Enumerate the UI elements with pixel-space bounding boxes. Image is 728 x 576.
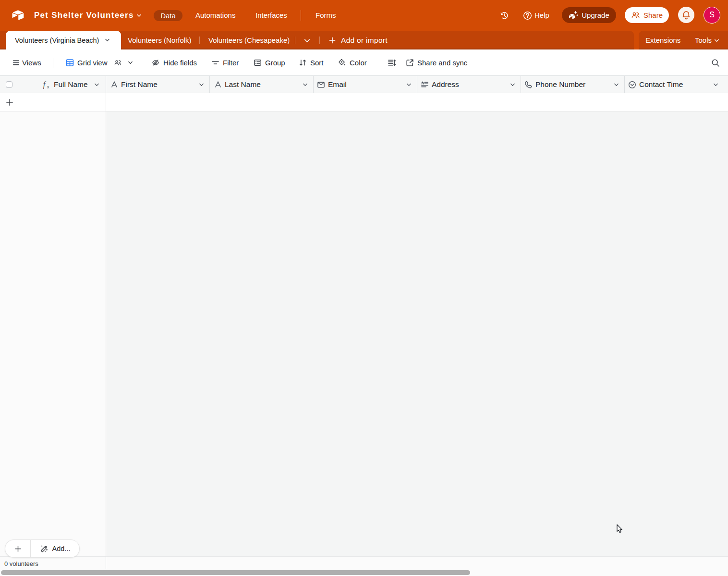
svg-text:f: f xyxy=(43,80,47,89)
svg-text:x: x xyxy=(47,85,49,89)
